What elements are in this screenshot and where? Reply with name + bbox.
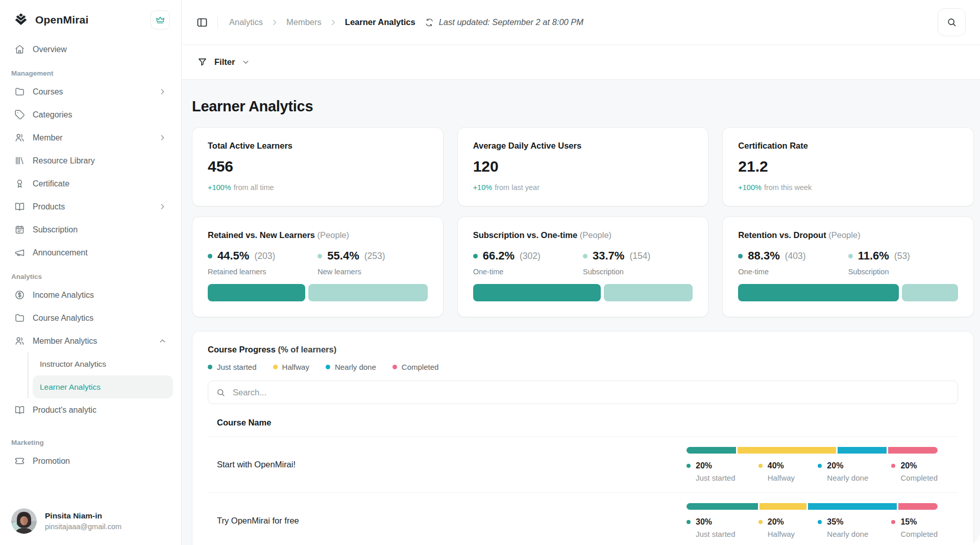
table-row[interactable]: Try OpenMirai for free 30%Just started 2…	[208, 492, 958, 545]
stat-value: 21.2	[738, 158, 958, 175]
sidebar-item-learner-analytics[interactable]: Learner Analytics	[33, 375, 173, 398]
last-updated-text: Last updated: September 2 at 8:00 PM	[439, 17, 583, 27]
course-name: Start with OpenMirai!	[217, 460, 296, 469]
openmirai-logo-icon	[13, 12, 29, 28]
segment-stat: 30%Just started	[687, 517, 736, 538]
teal-dot	[208, 254, 212, 258]
course-progress-unit: (% of learners)	[278, 345, 337, 354]
course-search-input[interactable]	[232, 387, 950, 398]
sidebar-item-products[interactable]: Products	[8, 195, 173, 218]
sidebar-nav: Overview Management Courses Categories M…	[8, 38, 173, 472]
users-icon	[14, 132, 25, 143]
last-updated: Last updated: September 2 at 8:00 PM	[425, 17, 583, 27]
home-icon	[14, 44, 25, 55]
search-button[interactable]	[938, 8, 966, 36]
section-label-management: Management	[11, 69, 170, 77]
dollar-circle-icon	[14, 290, 25, 300]
split-bar	[738, 284, 958, 301]
logo-row: OpenMirai	[8, 0, 173, 35]
sidebar-item-member[interactable]: Member	[8, 126, 173, 149]
split-percent: 44.5%	[217, 249, 249, 263]
teal-dot	[473, 254, 478, 258]
sidebar-item-label: Certificate	[33, 178, 69, 189]
split-percent: 55.4%	[327, 249, 359, 263]
sidebar-item-certificate[interactable]: Certificate	[8, 172, 173, 195]
table-row[interactable]: Start with OpenMirai! 20%Just started 40…	[208, 436, 958, 492]
stat-value: 456	[208, 158, 428, 175]
sidebar-item-products-analytic[interactable]: Product's analytic	[8, 398, 173, 421]
split-cards-row: Retained vs. New Learners (People) 44.5%…	[192, 217, 974, 317]
stat-card-average-daily-active-users: Average Daily Active Users 120 +10%from …	[457, 127, 709, 206]
sidebar-item-label: Categories	[33, 109, 72, 121]
sidebar-item-course-analytics[interactable]: Course Analytics	[8, 306, 173, 329]
panel-left-icon	[196, 16, 208, 29]
sidebar-item-member-analytics[interactable]: Member Analytics	[8, 329, 173, 352]
split-stat-right: 55.4%(253) New learners	[317, 249, 427, 276]
split-label: One-time	[473, 268, 583, 276]
delta-percent: +10%	[473, 183, 493, 192]
book-open-icon	[14, 201, 25, 212]
split-label: One-time	[738, 268, 848, 276]
upgrade-button[interactable]	[151, 10, 170, 30]
sidebar-item-resource-library[interactable]: Resource Library	[8, 149, 173, 172]
course-progress-title: Course Progress (% of learners)	[208, 345, 958, 354]
split-stats: 44.5%(203) Retained learners 55.4%(253) …	[208, 249, 428, 276]
sidebar-item-overview[interactable]: Overview	[8, 38, 173, 61]
sidebar-item-label: Learner Analytics	[40, 381, 101, 393]
split-count: (154)	[629, 251, 650, 262]
light-teal-dot	[317, 254, 322, 258]
course-name: Try OpenMirai for free	[217, 516, 299, 526]
sidebar-item-label: Member Analytics	[33, 335, 97, 347]
sidebar-item-income-analytics[interactable]: Income Analytics	[8, 283, 173, 306]
sidebar-item-label: Promotion	[33, 455, 70, 467]
legend-dot	[326, 365, 330, 369]
segment-completed	[898, 503, 938, 510]
legend-item-completed: Completed	[393, 363, 439, 371]
segment-nearly-done	[808, 503, 897, 510]
bar-segment-right	[308, 284, 428, 301]
breadcrumb-analytics[interactable]: Analytics	[229, 17, 263, 27]
sidebar-item-categories[interactable]: Categories	[8, 103, 173, 126]
page-content: Learner Analytics Total Active Learners …	[182, 80, 980, 545]
legend-dot	[393, 365, 397, 369]
legend-item-nearly-done: Nearly done	[326, 363, 376, 371]
filter-label: Filter	[214, 57, 235, 67]
segment-just-started	[687, 447, 736, 454]
chevron-up-icon	[158, 337, 167, 345]
segment-halfway	[738, 447, 836, 454]
split-percent: 11.6%	[858, 249, 889, 263]
stat-card-total-active-learners: Total Active Learners 456 +100%from all …	[192, 127, 444, 206]
sidebar-item-label: Instructor Analytics	[40, 358, 106, 370]
course-search-box	[208, 381, 958, 404]
split-count: (403)	[785, 251, 806, 262]
stat-card-certification-rate: Certification Rate 21.2 +100%from this w…	[722, 127, 974, 206]
sidebar-item-announcement[interactable]: Announcement	[8, 241, 173, 264]
split-card-unit: (People)	[317, 230, 349, 240]
split-percent: 88.3%	[748, 249, 779, 263]
segment-stat: 15%Completed	[891, 517, 938, 538]
sidebar-item-label: Announcement	[33, 247, 88, 258]
sidebar: OpenMirai Overview Management Courses	[0, 0, 182, 545]
sidebar-item-instructor-analytics[interactable]: Instructor Analytics	[33, 352, 173, 375]
filter-bar[interactable]: Filter	[182, 45, 980, 80]
stat-delta: +10%from last year	[473, 183, 693, 192]
sidebar-toggle-button[interactable]	[196, 16, 208, 29]
split-stat-left: 66.2%(302) One-time	[473, 249, 583, 276]
sidebar-item-label: Subscription	[33, 224, 78, 235]
split-label: Retained learners	[208, 268, 317, 276]
delta-percent: +100%	[208, 183, 231, 192]
sidebar-item-subscription[interactable]: Subscription	[8, 218, 173, 241]
breadcrumb-members[interactable]: Members	[286, 17, 322, 27]
chevron-right-icon	[158, 133, 167, 142]
segment-just-started	[687, 503, 758, 510]
split-bar	[473, 284, 693, 301]
sidebar-item-courses[interactable]: Courses	[8, 80, 173, 103]
split-stat-right: 11.6%(53) Subscription	[848, 249, 958, 276]
legend-dot	[208, 365, 212, 369]
sidebar-item-promotion[interactable]: Promotion	[8, 449, 173, 472]
course-progress-viz: 30%Just started 20%Halfway 35%Nearly don…	[687, 503, 938, 538]
legend-dot	[273, 365, 278, 369]
user-profile[interactable]: Pinsita Niam-in pinsitajaaa@gmail.com	[8, 501, 173, 545]
stat-cards-row: Total Active Learners 456 +100%from all …	[192, 127, 974, 206]
chevron-down-icon	[241, 58, 250, 66]
